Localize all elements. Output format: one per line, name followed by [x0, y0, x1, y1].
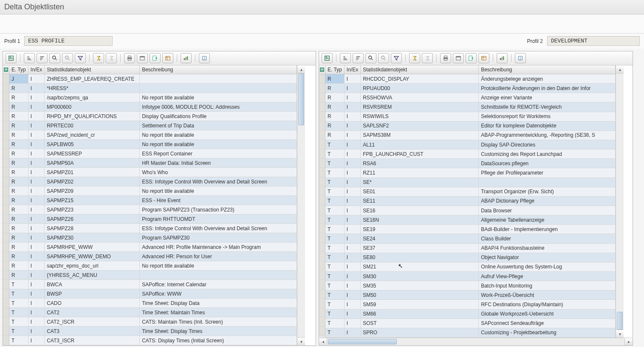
cell-obj[interactable]: CADO — [45, 299, 140, 308]
graphic-icon[interactable] — [181, 53, 192, 63]
table-row[interactable]: TIAL11Display SAP-Directories — [325, 140, 616, 149]
cell-obj[interactable]: SE24 — [361, 234, 479, 243]
cell-obj[interactable]: SAP/zwd_incident_cr — [45, 130, 140, 140]
table-row[interactable]: RIRHPD_MY_QUALIFICATIONSDisplay Qualific… — [9, 112, 297, 121]
print-icon[interactable] — [124, 53, 135, 63]
cell-desc[interactable]: Data Browser — [479, 206, 616, 215]
select-all-header[interactable] — [3, 65, 9, 74]
table-row[interactable]: TIRZ11Pflege der Profileparameter — [325, 168, 616, 178]
cell-obj[interactable]: CAT3_ISCR — [45, 336, 140, 345]
col-obj[interactable]: Statistikdatenobjekt — [361, 65, 479, 74]
cell-inex[interactable]: I — [344, 234, 360, 243]
cell-obj[interactable]: SAPMP50A — [45, 158, 140, 168]
table-row[interactable]: TICAT2Time Sheet: Maintain Times — [9, 308, 297, 317]
row-marker[interactable] — [319, 186, 325, 196]
cell-inex[interactable]: I — [28, 74, 44, 84]
cell-desc[interactable]: CATS: Display Times (Initial Screen) — [140, 336, 297, 345]
cell-obj[interactable]: sap/zhr_epms_doc_url — [45, 261, 140, 271]
subtotal-icon[interactable] — [106, 53, 117, 63]
row-marker[interactable] — [3, 149, 9, 158]
col-obj[interactable]: Statistikdatenobjekt — [45, 65, 140, 74]
cell-obj[interactable]: RPRTEC00 — [45, 121, 140, 130]
cell-inex[interactable]: I — [28, 93, 44, 102]
cell-desc[interactable]: No report title available — [140, 140, 297, 149]
cell-obj[interactable]: RZ11 — [361, 168, 479, 178]
cell-typ[interactable]: T — [9, 327, 28, 336]
cell-desc[interactable] — [140, 74, 297, 84]
cell-inex[interactable]: I — [344, 84, 360, 93]
view-icon[interactable] — [453, 53, 464, 63]
row-marker[interactable] — [319, 252, 325, 261]
row-marker[interactable] — [319, 121, 325, 130]
row-marker[interactable] — [3, 102, 9, 112]
row-marker[interactable] — [3, 140, 9, 149]
cell-typ[interactable]: T — [325, 271, 344, 281]
cell-inex[interactable]: I — [344, 271, 360, 281]
cell-desc[interactable]: Änderungsbelege anzeigen — [479, 74, 616, 84]
table-row[interactable]: RISAPMRHPE_WWWAdvanced HR: Profile Maint… — [9, 243, 297, 252]
sort-desc-icon[interactable] — [353, 53, 364, 63]
cell-obj[interactable]: RPUAUD00 — [361, 84, 479, 93]
cell-typ[interactable]: R — [9, 149, 28, 158]
cell-desc[interactable] — [140, 84, 297, 93]
profile1-field[interactable]: ESS PROFILE — [24, 36, 113, 46]
cell-inex[interactable]: I — [28, 224, 44, 233]
cell-inex[interactable]: I — [28, 299, 44, 308]
row-marker[interactable] — [319, 168, 325, 177]
col-typ[interactable]: E. Typ — [9, 65, 28, 74]
row-marker[interactable] — [319, 149, 325, 158]
col-desc[interactable]: Beschreibung — [140, 65, 297, 74]
row-marker[interactable] — [319, 84, 325, 93]
cell-desc[interactable]: Settlement of Trip Data — [140, 121, 297, 130]
cell-desc[interactable]: Object Navigator — [479, 253, 616, 262]
table-row[interactable]: RISAPMP50AHR Master Data: Initial Screen — [9, 158, 297, 168]
table-row[interactable]: RISAPLSNF2Editor für komplexe Datenobjek… — [325, 121, 616, 130]
cell-typ[interactable]: R — [9, 121, 28, 130]
table-row[interactable]: RI{YHRESS_AC_MENU — [9, 271, 297, 280]
cell-obj[interactable]: SM21 — [361, 262, 479, 271]
cell-obj[interactable]: SE11 — [361, 196, 479, 206]
cell-desc[interactable]: Program RHTTUOMDT — [140, 214, 297, 224]
row-marker[interactable] — [319, 271, 325, 280]
cell-typ[interactable]: J — [9, 74, 28, 84]
cell-desc[interactable]: Time Sheet: Display Times — [140, 327, 297, 336]
row-marker[interactable] — [3, 233, 9, 243]
table-row[interactable]: TIBWCASAPoffice: Internet Calendar — [9, 280, 297, 289]
layout-icon[interactable] — [162, 53, 173, 63]
cell-desc[interactable]: Display SAP-Directories — [479, 140, 616, 149]
table-row[interactable]: TISM21Online Auswertung des System-Log — [325, 262, 616, 271]
cell-typ[interactable]: T — [325, 253, 344, 262]
col-typ[interactable]: E. Typ — [325, 65, 344, 74]
table-row[interactable]: TISE16Data Browser — [325, 206, 616, 215]
row-marker[interactable] — [3, 317, 9, 327]
cell-desc[interactable]: ABAP-Programmentwicklung, -Reporting (SE… — [479, 130, 616, 140]
cell-inex[interactable]: I — [344, 168, 360, 178]
cell-inex[interactable]: I — [28, 168, 44, 177]
cell-desc[interactable]: Program SAPMPZ23 (Transaction PZ23) — [140, 205, 297, 214]
row-marker[interactable] — [3, 289, 9, 299]
cell-typ[interactable]: R — [9, 271, 28, 280]
cell-obj[interactable]: RSA6 — [361, 159, 479, 168]
cell-desc[interactable]: Class Builder — [479, 234, 616, 243]
cell-inex[interactable]: I — [28, 308, 44, 317]
table-row[interactable]: RIRSWIWILSSelektionsreport für Workitems — [325, 112, 616, 121]
row-marker[interactable] — [3, 252, 9, 261]
cell-desc[interactable]: Customizing - Projektbearbeitung — [479, 328, 616, 337]
row-marker[interactable] — [3, 214, 9, 224]
cell-inex[interactable]: I — [28, 149, 44, 158]
subtotal-icon[interactable] — [422, 53, 433, 63]
row-marker[interactable] — [3, 271, 9, 280]
cell-desc[interactable]: Editor für komplexe Datenobjekte — [479, 121, 616, 130]
cell-obj[interactable]: SE37 — [361, 243, 479, 253]
table-row[interactable]: RISAPMPZ09No report title available — [9, 186, 297, 196]
cell-inex[interactable]: I — [344, 159, 360, 168]
cell-typ[interactable]: T — [325, 291, 344, 300]
cell-inex[interactable]: I — [344, 291, 360, 300]
right-vscroll[interactable]: ▴ ▾ — [616, 65, 624, 338]
cell-inex[interactable]: I — [28, 252, 44, 261]
cell-inex[interactable]: I — [344, 121, 360, 130]
cell-inex[interactable]: I — [28, 196, 44, 205]
info-icon[interactable]: i — [515, 53, 526, 63]
cell-obj[interactable]: SM66 — [361, 309, 479, 319]
cell-typ[interactable]: R — [9, 130, 28, 140]
